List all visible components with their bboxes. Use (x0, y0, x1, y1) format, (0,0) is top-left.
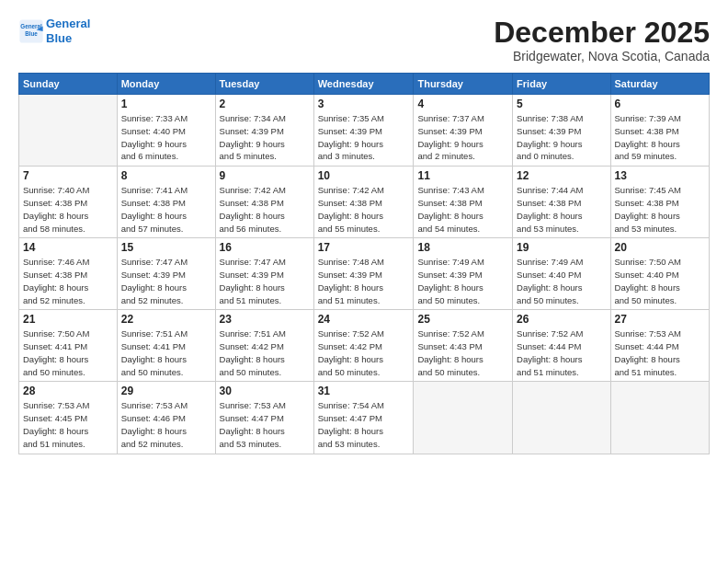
calendar-cell: 15Sunrise: 7:47 AM Sunset: 4:39 PM Dayli… (117, 238, 215, 310)
calendar-cell: 4Sunrise: 7:37 AM Sunset: 4:39 PM Daylig… (414, 95, 513, 167)
header-tuesday: Tuesday (215, 74, 313, 95)
day-number: 19 (517, 241, 606, 254)
day-number: 27 (615, 313, 705, 326)
logo-icon: General Blue (18, 18, 44, 44)
day-info: Sunrise: 7:47 AM Sunset: 4:39 PM Dayligh… (121, 256, 211, 306)
week-row-1: 1Sunrise: 7:33 AM Sunset: 4:40 PM Daylig… (19, 95, 710, 167)
calendar-cell: 29Sunrise: 7:53 AM Sunset: 4:46 PM Dayli… (117, 382, 215, 454)
day-number: 28 (23, 385, 113, 397)
day-info: Sunrise: 7:53 AM Sunset: 4:46 PM Dayligh… (121, 399, 211, 450)
calendar-cell: 5Sunrise: 7:38 AM Sunset: 4:39 PM Daylig… (513, 95, 610, 167)
calendar-cell: 9Sunrise: 7:42 AM Sunset: 4:38 PM Daylig… (215, 167, 313, 238)
calendar-cell: 17Sunrise: 7:48 AM Sunset: 4:39 PM Dayli… (313, 238, 414, 310)
logo-text: GeneralBlue (46, 17, 90, 45)
calendar-cell: 14Sunrise: 7:46 AM Sunset: 4:38 PM Dayli… (19, 238, 118, 310)
header-saturday: Saturday (610, 74, 709, 95)
day-number: 10 (318, 169, 410, 182)
day-number: 13 (615, 169, 705, 182)
day-info: Sunrise: 7:54 AM Sunset: 4:47 PM Dayligh… (318, 399, 410, 450)
day-info: Sunrise: 7:46 AM Sunset: 4:38 PM Dayligh… (23, 256, 113, 306)
day-info: Sunrise: 7:34 AM Sunset: 4:39 PM Dayligh… (220, 112, 310, 163)
day-number: 26 (517, 313, 606, 326)
day-info: Sunrise: 7:45 AM Sunset: 4:38 PM Dayligh… (615, 184, 705, 235)
day-info: Sunrise: 7:49 AM Sunset: 4:40 PM Dayligh… (517, 256, 606, 306)
calendar-cell: 25Sunrise: 7:52 AM Sunset: 4:43 PM Dayli… (414, 310, 513, 382)
calendar-cell: 10Sunrise: 7:42 AM Sunset: 4:38 PM Dayli… (313, 167, 414, 238)
calendar-cell: 28Sunrise: 7:53 AM Sunset: 4:45 PM Dayli… (19, 382, 118, 454)
calendar-cell: 18Sunrise: 7:49 AM Sunset: 4:39 PM Dayli… (414, 238, 513, 310)
day-number: 2 (220, 98, 310, 110)
day-info: Sunrise: 7:41 AM Sunset: 4:38 PM Dayligh… (121, 184, 211, 235)
week-row-5: 28Sunrise: 7:53 AM Sunset: 4:45 PM Dayli… (19, 382, 710, 454)
calendar-cell: 20Sunrise: 7:50 AM Sunset: 4:40 PM Dayli… (610, 238, 709, 310)
calendar-cell: 31Sunrise: 7:54 AM Sunset: 4:47 PM Dayli… (313, 382, 414, 454)
day-info: Sunrise: 7:48 AM Sunset: 4:39 PM Dayligh… (318, 256, 410, 306)
day-number: 5 (517, 98, 606, 110)
day-info: Sunrise: 7:38 AM Sunset: 4:39 PM Dayligh… (517, 112, 606, 163)
calendar-table: SundayMondayTuesdayWednesdayThursdayFrid… (18, 73, 710, 454)
calendar-cell (414, 382, 513, 454)
day-info: Sunrise: 7:51 AM Sunset: 4:42 PM Dayligh… (220, 327, 310, 378)
calendar-cell: 13Sunrise: 7:45 AM Sunset: 4:38 PM Dayli… (610, 167, 709, 238)
calendar-cell: 26Sunrise: 7:52 AM Sunset: 4:44 PM Dayli… (513, 310, 610, 382)
header-friday: Friday (513, 74, 610, 95)
day-number: 25 (417, 313, 508, 326)
day-number: 24 (318, 313, 410, 326)
day-number: 4 (417, 98, 508, 110)
week-row-2: 7Sunrise: 7:40 AM Sunset: 4:38 PM Daylig… (19, 167, 710, 238)
day-info: Sunrise: 7:51 AM Sunset: 4:41 PM Dayligh… (121, 327, 211, 378)
header-wednesday: Wednesday (313, 74, 414, 95)
day-number: 29 (121, 385, 211, 397)
day-number: 18 (417, 241, 508, 254)
day-number: 16 (220, 241, 310, 254)
day-info: Sunrise: 7:40 AM Sunset: 4:38 PM Dayligh… (23, 184, 113, 235)
day-number: 30 (220, 385, 310, 397)
day-number: 8 (121, 169, 211, 182)
day-info: Sunrise: 7:42 AM Sunset: 4:38 PM Dayligh… (318, 184, 410, 235)
day-info: Sunrise: 7:33 AM Sunset: 4:40 PM Dayligh… (121, 112, 211, 163)
day-info: Sunrise: 7:53 AM Sunset: 4:45 PM Dayligh… (23, 399, 113, 450)
day-number: 3 (318, 98, 410, 110)
calendar-cell (610, 382, 709, 454)
day-number: 20 (615, 241, 705, 254)
header-thursday: Thursday (414, 74, 513, 95)
calendar-cell: 11Sunrise: 7:43 AM Sunset: 4:38 PM Dayli… (414, 167, 513, 238)
calendar-cell: 7Sunrise: 7:40 AM Sunset: 4:38 PM Daylig… (19, 167, 118, 238)
calendar-cell: 2Sunrise: 7:34 AM Sunset: 4:39 PM Daylig… (215, 95, 313, 167)
day-number: 17 (318, 241, 410, 254)
day-info: Sunrise: 7:53 AM Sunset: 4:47 PM Dayligh… (220, 399, 310, 450)
calendar-cell: 19Sunrise: 7:49 AM Sunset: 4:40 PM Dayli… (513, 238, 610, 310)
day-info: Sunrise: 7:53 AM Sunset: 4:44 PM Dayligh… (615, 327, 705, 378)
subtitle: Bridgewater, Nova Scotia, Canada (494, 49, 710, 63)
day-info: Sunrise: 7:52 AM Sunset: 4:43 PM Dayligh… (417, 327, 508, 378)
day-info: Sunrise: 7:35 AM Sunset: 4:39 PM Dayligh… (318, 112, 410, 163)
calendar-cell: 16Sunrise: 7:47 AM Sunset: 4:39 PM Dayli… (215, 238, 313, 310)
day-number: 23 (220, 313, 310, 326)
day-number: 14 (23, 241, 113, 254)
title-block: December 2025 Bridgewater, Nova Scotia, … (494, 17, 710, 63)
day-number: 1 (121, 98, 211, 110)
header-row: SundayMondayTuesdayWednesdayThursdayFrid… (19, 74, 710, 95)
header: General Blue GeneralBlue December 2025 B… (18, 17, 710, 63)
day-info: Sunrise: 7:37 AM Sunset: 4:39 PM Dayligh… (417, 112, 508, 163)
day-info: Sunrise: 7:50 AM Sunset: 4:40 PM Dayligh… (615, 256, 705, 306)
day-info: Sunrise: 7:39 AM Sunset: 4:38 PM Dayligh… (615, 112, 705, 163)
calendar-cell: 24Sunrise: 7:52 AM Sunset: 4:42 PM Dayli… (313, 310, 414, 382)
logo: General Blue GeneralBlue (18, 17, 90, 45)
calendar-cell: 6Sunrise: 7:39 AM Sunset: 4:38 PM Daylig… (610, 95, 709, 167)
calendar-cell: 1Sunrise: 7:33 AM Sunset: 4:40 PM Daylig… (117, 95, 215, 167)
day-info: Sunrise: 7:52 AM Sunset: 4:42 PM Dayligh… (318, 327, 410, 378)
calendar-cell: 12Sunrise: 7:44 AM Sunset: 4:38 PM Dayli… (513, 167, 610, 238)
day-info: Sunrise: 7:47 AM Sunset: 4:39 PM Dayligh… (220, 256, 310, 306)
day-number: 11 (417, 169, 508, 182)
day-info: Sunrise: 7:49 AM Sunset: 4:39 PM Dayligh… (417, 256, 508, 306)
day-number: 31 (318, 385, 410, 397)
day-number: 7 (23, 169, 113, 182)
calendar-cell: 3Sunrise: 7:35 AM Sunset: 4:39 PM Daylig… (313, 95, 414, 167)
calendar-cell: 23Sunrise: 7:51 AM Sunset: 4:42 PM Dayli… (215, 310, 313, 382)
calendar-cell: 22Sunrise: 7:51 AM Sunset: 4:41 PM Dayli… (117, 310, 215, 382)
calendar-cell (513, 382, 610, 454)
day-info: Sunrise: 7:52 AM Sunset: 4:44 PM Dayligh… (517, 327, 606, 378)
day-number: 6 (615, 98, 705, 110)
week-row-4: 21Sunrise: 7:50 AM Sunset: 4:41 PM Dayli… (19, 310, 710, 382)
